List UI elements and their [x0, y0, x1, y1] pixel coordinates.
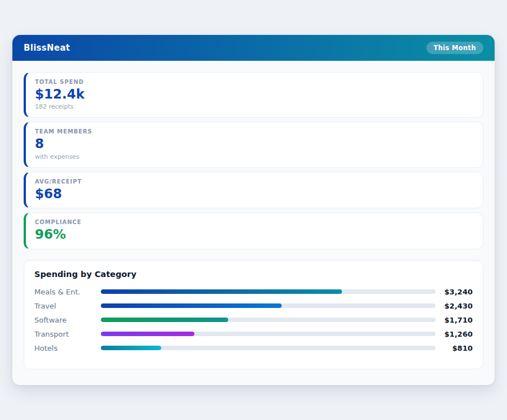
stat-label: COMPLIANCE: [35, 219, 474, 225]
app-title: BlissNeat: [24, 43, 70, 53]
category-label: Software: [34, 316, 101, 324]
stat-label: AVG/RECEIPT: [35, 178, 474, 185]
app-header: BlissNeat This Month: [12, 35, 495, 61]
bar-track: [101, 332, 435, 336]
category-row-software: Software $1,710: [34, 313, 473, 327]
category-row-travel: Travel $2,430: [34, 299, 473, 313]
stat-subtext: with expenses: [35, 153, 474, 160]
category-row-meals: Meals & Ent. $3,240: [34, 285, 473, 299]
bar-fill: [101, 346, 161, 350]
bar-fill: [101, 332, 194, 336]
stat-label: TEAM MEMBERS: [35, 128, 474, 135]
category-value: $3,240: [435, 288, 473, 296]
stat-card-avg-receipt: AVG/RECEIPT $68: [24, 172, 483, 208]
stat-label: TOTAL SPEND: [35, 79, 474, 85]
category-label: Travel: [34, 302, 101, 310]
stat-value: 96%: [35, 227, 474, 242]
dashboard-body: TOTAL SPEND $12.4k 182 receipts TEAM MEM…: [12, 61, 495, 381]
category-value: $810: [435, 344, 473, 352]
stat-value: 8: [35, 136, 474, 151]
bar-track: [101, 303, 435, 308]
stat-value: $12.4k: [35, 87, 474, 101]
category-value: $1,260: [435, 330, 473, 338]
category-value: $2,430: [435, 302, 473, 310]
panel-title: Spending by Category: [34, 270, 473, 279]
bar-track: [101, 289, 435, 294]
category-label: Transport: [34, 330, 101, 338]
stat-subtext: 182 receipts: [35, 103, 474, 110]
bar-fill: [101, 318, 228, 322]
category-row-hotels: Hotels $810: [34, 341, 473, 355]
bar-track: [101, 318, 435, 322]
category-label: Meals & Ent.: [34, 288, 101, 296]
spending-by-category-panel: Spending by Category Meals & Ent. $3,240…: [24, 260, 483, 369]
category-value: $1,710: [435, 316, 473, 324]
stat-card-compliance: COMPLIANCE 96%: [24, 212, 483, 249]
expense-dashboard-card: BlissNeat This Month TOTAL SPEND $12.4k …: [12, 35, 495, 385]
bar-fill: [101, 289, 342, 294]
stat-card-total-spend: TOTAL SPEND $12.4k 182 receipts: [24, 72, 483, 118]
bar-fill: [101, 303, 282, 308]
period-badge[interactable]: This Month: [426, 42, 484, 54]
stat-card-team-members: TEAM MEMBERS 8 with expenses: [24, 122, 483, 167]
bar-track: [101, 346, 435, 350]
category-row-transport: Transport $1,260: [34, 327, 473, 341]
category-label: Hotels: [34, 344, 101, 352]
stat-value: $68: [35, 186, 474, 201]
